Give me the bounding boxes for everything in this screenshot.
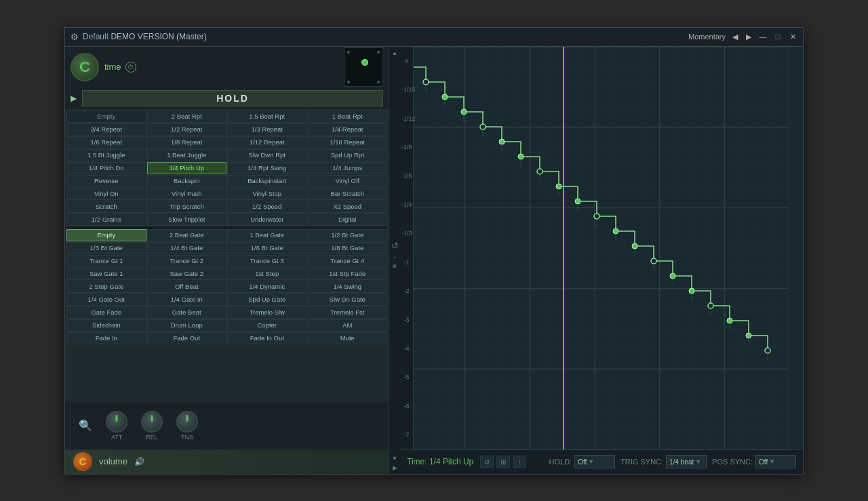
preset-cell[interactable]: Sidechain [66, 319, 146, 332]
preset-cell[interactable]: Slw Dn Gate [308, 294, 388, 306]
preset-cell[interactable]: 1/3 Bt Gate [66, 242, 146, 254]
preset-cell[interactable]: 1/4 Gate In [147, 294, 227, 306]
pin-status-btn[interactable]: ↑ [513, 456, 526, 468]
preset-cell[interactable]: 1/6 Bt Gate [227, 242, 307, 254]
hold-button[interactable]: HOLD [82, 90, 383, 106]
preset-cell[interactable]: 1.5 Bt Juggle [66, 149, 146, 161]
preset-cell[interactable]: Trip Scratch [147, 201, 227, 213]
preset-cell[interactable]: 1/4 Rpt Swng [227, 162, 307, 174]
preset-cell[interactable]: Slow Tripplet [147, 214, 227, 226]
loop-icon[interactable]: ↺ [390, 239, 400, 252]
preset-cell[interactable]: Reverse [66, 175, 146, 187]
xy-pad[interactable] [344, 47, 383, 87]
preset-cell[interactable]: Drum Loop [147, 319, 227, 332]
close-btn[interactable]: ✕ [788, 32, 797, 41]
preset-cell[interactable]: Trance Gt 3 [227, 255, 307, 267]
preset-cell[interactable]: 1/3 Repeat [227, 123, 307, 136]
trig-sync-arrow: ▼ [695, 458, 701, 465]
preset-cell[interactable]: 1/16 Repeat [308, 136, 388, 148]
preset-cell[interactable]: Tremelo Fst [308, 306, 388, 319]
preset-cell[interactable]: Vinyl Off [308, 175, 388, 187]
preset-cell[interactable]: 1st Step [227, 268, 307, 280]
preset-cell[interactable]: Vinyl On [66, 188, 146, 200]
scroll-down-arrow[interactable]: ▼ [391, 454, 399, 463]
piano-roll[interactable]: X -1/15 -1/12 -1/8 -1/6 -1/4 -1/3 -1 -2 … [400, 47, 803, 449]
preset-cell[interactable]: Empty [66, 111, 146, 123]
preset-cell[interactable]: Vinyl Push [147, 188, 227, 200]
preset-cell[interactable]: Fade In [66, 332, 146, 344]
preset-cell[interactable]: Bar Scratch [308, 188, 388, 200]
preset-cell[interactable]: 1/2 Grains [66, 214, 146, 226]
preset-cell[interactable]: Digital [308, 214, 388, 226]
preset-cell[interactable]: Scratch [66, 201, 146, 213]
play-icon[interactable]: ▶ [391, 463, 399, 473]
preset-cell[interactable]: Backspin [147, 175, 227, 187]
preset-cell[interactable]: Tremelo Slw [227, 306, 307, 319]
preset-cell[interactable]: Mute [308, 332, 388, 344]
preset-cell[interactable]: 1/4 Pitch Up [147, 162, 227, 174]
preset-cell[interactable]: Gate Fade [66, 306, 146, 319]
nav-prev-btn[interactable]: ◀ [731, 33, 739, 41]
grid-status-btn[interactable]: ⊞ [496, 456, 510, 468]
preset-cell[interactable]: 2 Beat Gate [147, 229, 227, 241]
time-clock-icon[interactable]: ⏱ [125, 62, 136, 73]
pos-sync-dropdown[interactable]: Off ▼ [755, 455, 796, 468]
preset-cell[interactable]: 1/2 Speed [227, 201, 307, 213]
preset-cell[interactable]: 1st Stp Fade [308, 268, 388, 280]
rel-knob[interactable] [141, 411, 163, 433]
tns-knob[interactable] [176, 411, 198, 433]
preset-cell[interactable]: 1/4 Jumps [308, 162, 388, 174]
preset-cell[interactable]: 1.5 Beat Rpt [227, 111, 307, 123]
trig-sync-dropdown[interactable]: 1/4 beat ▼ [666, 455, 707, 468]
preset-cell[interactable]: Saw Gate 1 [66, 268, 146, 280]
preset-cell[interactable]: 1/4 Gate Out [66, 294, 146, 306]
preset-cell[interactable]: Trance Gt 4 [308, 255, 388, 267]
preset-cell[interactable]: Slw Dwn Rpt [227, 149, 307, 161]
preset-cell[interactable]: X2 Speed [308, 201, 388, 213]
preset-cell[interactable]: 2 Beat Rpt [147, 111, 227, 123]
preset-cell[interactable]: AM [308, 319, 388, 332]
preset-cell[interactable]: 1 Beat Juggle [147, 149, 227, 161]
preset-cell[interactable]: 1/4 Dynamic [227, 281, 307, 293]
hold-dropdown[interactable]: Off ▼ [574, 455, 615, 468]
preset-cell[interactable]: Backspinstart [227, 175, 307, 187]
preset-cell[interactable]: Off Beat [147, 281, 227, 293]
preset-cell[interactable]: Copter [227, 319, 307, 332]
preset-cell[interactable]: Fade In Out [227, 332, 307, 344]
snowflake-icon[interactable]: ❄ [391, 262, 399, 271]
preset-cell[interactable]: 1/2 Bt Gate [308, 229, 388, 241]
minimize-btn[interactable]: — [758, 32, 768, 41]
preset-cell[interactable]: 1 Beat Gate [227, 229, 307, 241]
preset-cell[interactable]: Spd Up Rpt [308, 149, 388, 161]
preset-cell[interactable]: 1/12 Repeat [227, 136, 307, 148]
preset-cell[interactable]: Spd Up Gate [227, 294, 307, 306]
preset-cell[interactable]: Trance Gt 2 [147, 255, 227, 267]
preset-cell[interactable]: 1/2 Repeat [147, 123, 227, 136]
preset-cell[interactable]: 1/6 Repeat [66, 136, 146, 148]
preset-cell[interactable]: Gate Beat [147, 306, 227, 319]
arrow-right-icon[interactable]: → [391, 252, 399, 262]
scroll-up-arrow[interactable]: ▲ [391, 48, 399, 58]
preset-cell[interactable]: 3/4 Repeat [66, 123, 146, 136]
grid-canvas[interactable] [400, 47, 789, 449]
maximize-btn[interactable]: □ [773, 32, 783, 41]
preset-cell[interactable]: 1/8 Bt Gate [308, 242, 388, 254]
preset-cell[interactable]: Trance Gt 1 [66, 255, 146, 267]
gear-icon[interactable]: ⚙ [71, 32, 79, 42]
preset-cell[interactable]: Fade Out [147, 332, 227, 344]
preset-cell[interactable]: 1 Beat Rpt [308, 111, 388, 123]
loop-status-btn[interactable]: ↺ [480, 456, 494, 468]
att-knob[interactable] [106, 411, 127, 433]
preset-cell[interactable]: 1/4 Bt Gate [147, 242, 227, 254]
preset-cell[interactable]: 1/4 Repeat [308, 123, 388, 136]
magnifier-icon[interactable]: 🔍 [79, 419, 92, 432]
preset-cell[interactable]: 1/4 Swing [308, 281, 388, 293]
preset-cell[interactable]: 2 Step Gate [66, 281, 146, 293]
preset-cell[interactable]: 1/4 Pitch Dn [66, 162, 146, 174]
preset-cell[interactable]: Vinyl Stop [227, 188, 307, 200]
preset-cell[interactable]: Saw Gate 2 [147, 268, 227, 280]
preset-cell[interactable]: Underwater [227, 214, 307, 226]
preset-cell[interactable]: 1/8 Repeat [147, 136, 227, 148]
nav-next-btn[interactable]: ▶ [745, 33, 753, 41]
preset-cell[interactable]: Empty [66, 229, 146, 241]
